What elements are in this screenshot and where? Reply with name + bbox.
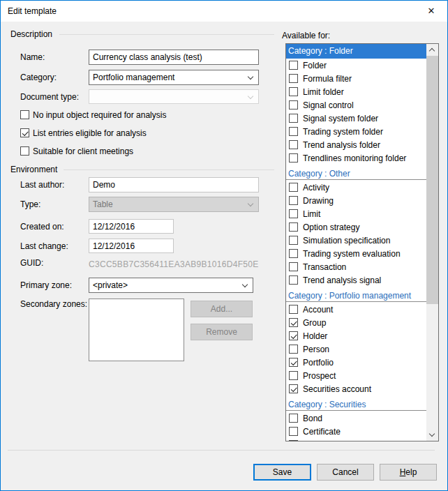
titlebar[interactable]: Edit template ✕ [1,1,447,22]
scroll-down-icon[interactable] [426,429,438,441]
list-item-row[interactable]: Trading system evaluation [286,247,427,260]
list-item-row[interactable]: Group [286,316,427,329]
cancel-button[interactable]: Cancel [317,464,374,481]
checked-checkbox-icon[interactable] [20,128,29,137]
list-item-row[interactable]: Trading system folder [286,125,427,138]
unchecked-checkbox-icon[interactable] [289,74,298,83]
primary-zone-select[interactable]: <private> [89,278,253,293]
last-change-input[interactable] [89,239,174,253]
secondary-zones-label: Secondary zones: [20,299,87,310]
unchecked-checkbox-icon[interactable] [289,414,298,423]
unchecked-checkbox-icon[interactable] [289,262,298,271]
list-item-row[interactable]: Signal system folder [286,112,427,125]
list-item-row[interactable]: Person [286,342,427,356]
unchecked-checkbox-icon[interactable] [289,196,298,205]
scrollbar[interactable] [426,44,438,441]
list-item-row[interactable]: Account [286,303,427,316]
list-category-header-selected[interactable]: Category : Folder [286,44,427,59]
name-input[interactable] [89,50,259,65]
last-author-input[interactable] [89,177,259,192]
unchecked-checkbox-icon[interactable] [289,87,298,96]
unchecked-checkbox-icon[interactable] [289,209,298,218]
category-select[interactable]: Portfolio management [89,70,259,85]
list-item-row[interactable]: Limit [286,207,427,220]
list-item-label: Limit folder [303,87,344,97]
list-item-label: Trendlines monitoring folder [303,153,406,163]
list-item-row[interactable]: Activity [286,181,427,194]
option-checkbox-row[interactable]: No input object required for analysis [20,109,166,120]
list-item-row[interactable]: Signal control [286,98,427,112]
list-item-label: Bond [303,414,322,423]
scrollbar-thumb[interactable] [426,56,438,304]
list-item-row[interactable]: Bond [286,411,427,425]
unchecked-checkbox-icon[interactable] [289,140,298,149]
list-item-row[interactable]: Trendlines monitoring folder [286,151,427,165]
help-button[interactable]: Help [380,464,437,481]
secondary-zones-listbox[interactable] [89,299,184,361]
close-icon[interactable]: ✕ [415,1,447,22]
unchecked-checkbox-icon[interactable] [289,100,298,109]
checked-checkbox-icon[interactable] [289,384,298,393]
unchecked-checkbox-icon[interactable] [289,249,298,258]
list-item-label: Limit [303,209,320,219]
list-item-row[interactable]: Simulation specification [286,234,427,247]
unchecked-checkbox-icon[interactable] [289,61,298,70]
primary-zone-value: <private> [93,280,128,290]
list-item-label: Group [303,318,326,328]
list-item-row[interactable]: Trend analysis folder [286,138,427,151]
save-button[interactable]: Save [253,464,311,481]
list-item-label: Simulation specification [303,236,390,245]
unchecked-checkbox-icon[interactable] [289,236,298,245]
unchecked-checkbox-icon[interactable] [289,275,298,285]
list-item-row[interactable]: Securities account [286,382,427,395]
unchecked-checkbox-icon[interactable] [289,371,298,380]
chevron-down-icon [242,282,248,287]
checked-checkbox-icon[interactable] [289,358,298,367]
list-item-label: Trend analysis signal [303,275,381,285]
list-item-row[interactable]: Drawing [286,194,427,207]
unchecked-checkbox-icon[interactable] [289,114,298,123]
list-item-row[interactable]: Transaction [286,260,427,273]
unchecked-checkbox-icon[interactable] [289,427,298,436]
list-item-label: Transaction [303,262,346,272]
checkbox-label: No input object required for analysis [33,110,166,120]
list-item-row[interactable]: Certificate [286,425,427,438]
remove-button[interactable]: Remove [191,324,253,340]
option-checkbox-row[interactable]: List entries eligible for analysis [20,128,166,138]
list-item-row[interactable]: Holder [286,329,427,342]
unchecked-checkbox-icon[interactable] [20,146,29,156]
unchecked-checkbox-icon[interactable] [289,127,298,136]
last-change-label: Last change: [20,239,68,254]
add-button[interactable]: Add... [191,301,253,317]
list-item-label: Formula filter [303,74,352,84]
list-item-label: Securities account [303,384,371,394]
list-item-row[interactable]: Formula filter [286,72,427,85]
unchecked-checkbox-icon[interactable] [289,305,298,314]
unchecked-checkbox-icon[interactable] [289,153,298,163]
list-item-row[interactable]: Portfolio [286,356,427,369]
checked-checkbox-icon[interactable] [289,318,298,327]
list-item-row[interactable]: Prospect [286,369,427,382]
list-category-header[interactable]: Category : Portfolio management [286,287,427,303]
available-for-rows: Category : FolderFolderFormula filterLim… [286,44,427,441]
unchecked-checkbox-icon[interactable] [289,345,298,354]
window-title: Edit template [8,6,57,16]
type-select[interactable]: Table [89,197,259,212]
unchecked-checkbox-icon[interactable] [20,110,29,119]
option-checkbox-row[interactable]: Suitable for client meetings [20,146,166,156]
checked-checkbox-icon[interactable] [289,331,298,340]
list-category-header[interactable]: Category : Other [286,165,427,181]
scroll-up-icon[interactable] [426,44,438,56]
unchecked-checkbox-icon[interactable] [289,183,298,192]
list-item-row[interactable]: Trend analysis signal [286,273,427,287]
created-on-input[interactable] [89,219,174,234]
list-item-row[interactable]: Option strategy [286,220,427,234]
list-category-header[interactable]: Category : Securities [286,395,427,411]
list-item-row[interactable]: Folder [286,59,427,72]
list-item-row[interactable]: Limit folder [286,85,427,98]
unchecked-checkbox-icon[interactable] [289,222,298,232]
unchecked-checkbox-icon[interactable] [289,440,298,441]
document-type-select[interactable] [89,89,259,104]
list-item-row[interactable] [286,438,427,441]
document-type-label: Document type: [20,89,79,105]
